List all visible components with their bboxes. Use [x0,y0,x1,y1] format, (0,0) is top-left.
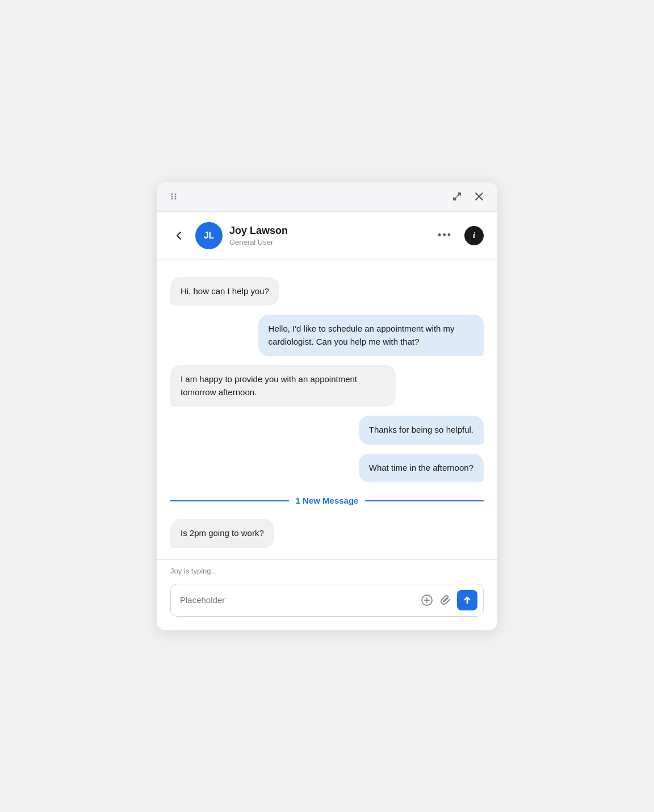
drag-handle-icon [168,191,179,202]
message-bubble: What time in the afternoon? [359,454,484,483]
send-button[interactable] [457,590,477,610]
info-button[interactable]: i [464,226,484,245]
message-bubble: Hello, I'd like to schedule an appointme… [258,315,484,356]
svg-point-2 [171,196,173,198]
divider-line-left [170,500,289,501]
new-message-divider: 1 New Message [170,496,484,505]
svg-point-1 [175,194,177,195]
message-bubble: Hi, how can I help you? [170,277,279,306]
messages-area: Hi, how can I help you? Hello, I'd like … [157,260,497,559]
divider-line-right [365,500,484,501]
attach-button[interactable] [439,593,452,608]
message-bubble: Thanks for being so helpful. [359,416,484,445]
svg-point-0 [171,194,173,195]
chat-header: JL Joy Lawson General User ••• i [157,212,497,260]
message-bubble: Is 2pm going to work? [170,519,274,548]
typing-indicator-text: Joy is typing... [170,567,217,575]
chat-window: JL Joy Lawson General User ••• i Hi, how… [157,182,497,630]
header-actions: ••• i [433,226,484,245]
typing-indicator-row: Joy is typing... [157,559,497,578]
add-button[interactable] [420,593,434,608]
svg-point-4 [171,198,173,200]
back-button[interactable] [170,227,187,244]
window-controls [450,189,486,204]
user-info: Joy Lawson General User [229,225,433,246]
message-input-row [170,584,484,617]
message-bubble: I am happy to provide you with an appoin… [170,365,396,407]
svg-point-3 [175,196,177,198]
more-options-button[interactable]: ••• [433,227,456,244]
svg-point-5 [175,198,177,200]
user-name: Joy Lawson [229,225,433,237]
input-area [157,578,497,630]
expand-button[interactable] [450,189,464,204]
user-role: General User [229,238,433,246]
new-message-label: 1 New Message [296,496,359,505]
avatar: JL [195,222,223,249]
drag-bar [157,182,497,212]
message-input[interactable] [180,595,415,605]
close-button[interactable] [472,190,486,203]
